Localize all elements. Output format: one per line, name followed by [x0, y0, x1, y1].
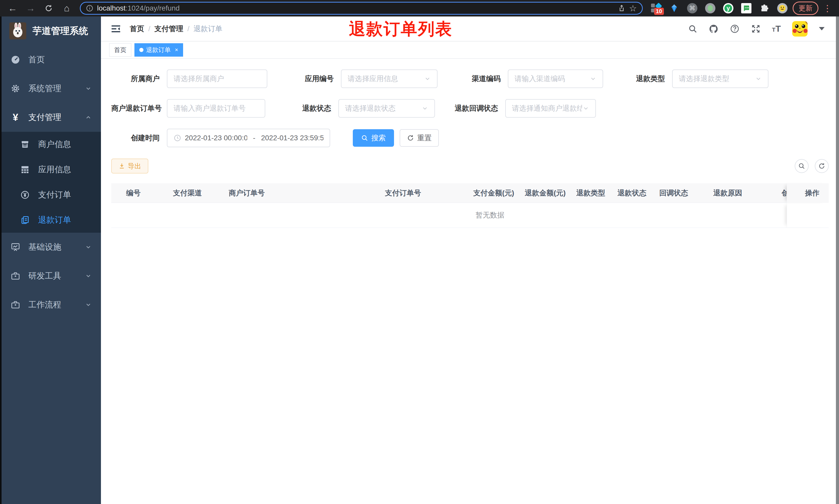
monitor-icon [10, 242, 21, 252]
column-header: 编号 [111, 188, 168, 198]
table-header: 编号 支付渠道 商户订单号 支付订单号 支付金额(元) 退款金额(元) 退款类型… [111, 183, 829, 203]
extension-y-icon[interactable]: y [722, 3, 734, 14]
search-button-label: 搜索 [371, 133, 386, 143]
page-content: 所属商户 请选择所属商户 应用编号 请选择应用信息 渠道编码 请输入渠道编码 退… [101, 59, 839, 504]
main-area: 首页 / 支付管理 / 退款订单 退款订单列表 [101, 17, 839, 504]
breadcrumb-home[interactable]: 首页 [130, 24, 144, 34]
extension-gem-icon[interactable] [668, 3, 680, 14]
toggle-search-button[interactable] [795, 159, 809, 173]
extension-tabs-icon[interactable]: 10 [650, 3, 662, 14]
sidebar-item-infra[interactable]: 基础设施 [0, 233, 101, 262]
sidebar-item-label: 工作流程 [28, 299, 61, 310]
create-time-range-picker[interactable]: 2022-01-23 00:00:00 - 2022-01-23 23:59:5… [167, 129, 330, 147]
browser-reload-button[interactable] [41, 2, 57, 14]
browser-toolbar: ← → ⌂ localhost:1024/pay/refund ☆ 10 [0, 0, 839, 17]
column-header: 回调状态 [654, 188, 708, 198]
chevron-up-icon [85, 114, 92, 121]
extension-dot-icon[interactable] [704, 3, 716, 14]
help-icon[interactable] [730, 24, 739, 34]
extension-command-icon[interactable]: ⌘ [686, 3, 698, 14]
window-scrollbar-strip[interactable] [836, 17, 839, 504]
channel-select[interactable]: 请输入渠道编码 [508, 70, 603, 88]
tag-refund-order[interactable]: 退款订单 × [135, 43, 183, 57]
sidebar-item-merchant-info[interactable]: 商户信息 [0, 132, 101, 157]
tags-view-bar: 首页 退款订单 × [101, 41, 839, 59]
refund-status-select[interactable]: 请选择退款状态 [338, 99, 435, 118]
browser-back-button[interactable]: ← [5, 2, 21, 14]
chevron-down-icon [583, 105, 589, 112]
tag-close-icon[interactable]: × [175, 47, 178, 53]
fullscreen-icon[interactable] [751, 24, 761, 34]
sidebar-item-dev-tools[interactable]: 研发工具 [0, 262, 101, 290]
placeholder: 请输入商户退款订单号 [174, 104, 258, 113]
yen-icon: ¥ [10, 112, 21, 122]
reset-button-label: 重置 [417, 133, 432, 143]
sidebar-logo[interactable]: 芋道管理系统 [0, 17, 101, 45]
sidebar-item-system[interactable]: 系统管理 [0, 74, 101, 103]
address-bar[interactable]: localhost:1024/pay/refund ☆ [80, 2, 643, 15]
chevron-down-icon [85, 85, 92, 92]
reset-button[interactable]: 重置 [400, 129, 439, 147]
export-button-label: 导出 [128, 162, 141, 170]
bookmark-star-icon[interactable]: ☆ [629, 3, 637, 13]
header-search-icon[interactable] [688, 24, 697, 34]
browser-forward-button[interactable]: → [23, 2, 39, 14]
merchant-select[interactable]: 请选择所属商户 [167, 70, 267, 88]
sidebar-item-workflow[interactable]: 工作流程 [0, 290, 101, 319]
sidebar-item-payment[interactable]: ¥ 支付管理 [0, 103, 101, 132]
sidebar-item-label: 系统管理 [28, 83, 61, 94]
chevron-down-icon [590, 75, 596, 82]
browser-update-button[interactable]: 更新 [793, 2, 818, 15]
reload-icon [44, 4, 53, 12]
url-text: localhost:1024/pay/refund [97, 4, 614, 12]
filter-row-3: 创建时间 2022-01-23 00:00:00 - 2022-01-23 23… [111, 129, 829, 147]
sidebar-item-pay-order[interactable]: 支付订单 [0, 182, 101, 208]
sidebar: 芋道管理系统 首页 系统管理 ¥ 支付管理 [0, 17, 101, 504]
sidebar-collapse-button[interactable] [111, 24, 121, 33]
date-start-value: 2022-01-23 00:00:00 [185, 134, 247, 142]
extension-emoji-icon[interactable] [777, 3, 788, 14]
tag-home[interactable]: 首页 [109, 43, 131, 57]
app-title: 芋道管理系统 [33, 25, 88, 37]
browser-menu-icon[interactable]: ⋮ [820, 3, 834, 13]
search-button[interactable]: 搜索 [353, 129, 394, 147]
extensions-area: 10 ⌘ y [648, 3, 790, 14]
sidebar-item-label: 退款订单 [38, 214, 71, 226]
placeholder: 请选择退款状态 [345, 104, 418, 113]
browser-home-button[interactable]: ⌂ [59, 2, 75, 14]
top-navbar: 首页 / 支付管理 / 退款订单 退款订单列表 [101, 17, 839, 41]
share-icon[interactable] [618, 4, 626, 12]
extension-chat-icon[interactable] [740, 3, 752, 14]
font-size-icon[interactable]: TT [772, 24, 781, 34]
channel-label: 渠道编码 [438, 74, 508, 84]
github-icon[interactable] [709, 24, 718, 34]
date-separator: - [251, 134, 257, 142]
search-icon [361, 134, 368, 142]
navbar-actions: TT [688, 21, 825, 37]
sidebar-item-label: 应用信息 [38, 164, 71, 175]
app-select[interactable]: 请选择应用信息 [341, 70, 438, 88]
tag-label: 首页 [114, 46, 126, 54]
sidebar-item-home[interactable]: 首页 [0, 45, 101, 74]
merchant-refund-no-input[interactable]: 请输入商户退款订单号 [167, 99, 265, 118]
export-button[interactable]: 导出 [111, 159, 148, 174]
active-dot [139, 48, 143, 52]
refund-status-label: 退款状态 [265, 104, 338, 113]
filter-row-1: 所属商户 请选择所属商户 应用编号 请选择应用信息 渠道编码 请输入渠道编码 退… [111, 70, 829, 88]
app-logo-image [9, 22, 26, 39]
callback-status-select[interactable]: 请选择通知商户退款结果 [505, 99, 596, 118]
breadcrumb-payment[interactable]: 支付管理 [155, 24, 183, 34]
payment-submenu: 商户信息 应用信息 支付订单 退款订单 [0, 132, 101, 233]
avatar-dropdown-caret[interactable] [819, 27, 825, 30]
refund-type-select[interactable]: 请选择退款类型 [672, 70, 768, 88]
empty-text: 暂无数据 [111, 203, 787, 228]
sidebar-item-refund-order[interactable]: 退款订单 [0, 208, 101, 233]
refresh-table-button[interactable] [815, 159, 829, 173]
user-avatar[interactable] [792, 21, 808, 37]
column-header-truncated: 创建时间 [776, 188, 787, 198]
site-info-icon[interactable] [86, 4, 93, 12]
sidebar-item-label: 研发工具 [28, 270, 61, 282]
extensions-puzzle-icon[interactable] [758, 3, 770, 14]
sidebar-item-app-info[interactable]: 应用信息 [0, 157, 101, 182]
breadcrumb: 首页 / 支付管理 / 退款订单 [130, 24, 222, 34]
